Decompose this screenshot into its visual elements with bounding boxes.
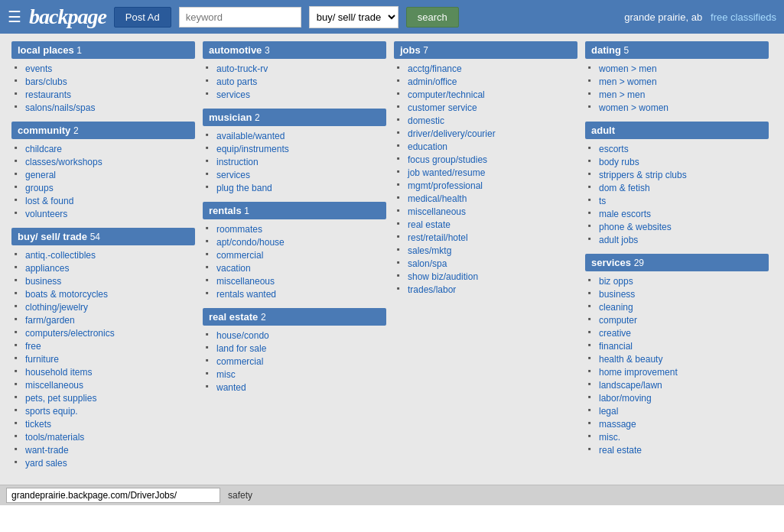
list-item: customer service bbox=[397, 101, 577, 114]
link-misc-re[interactable]: misc bbox=[216, 369, 236, 380]
link-escorts[interactable]: escorts bbox=[599, 144, 629, 154]
link-restaurants[interactable]: restaurants bbox=[25, 89, 71, 100]
link-customer-service[interactable]: customer service bbox=[408, 102, 477, 113]
link-lost-found[interactable]: lost & found bbox=[25, 196, 73, 206]
link-women-women[interactable]: women > women bbox=[599, 102, 669, 113]
menu-icon[interactable]: ☰ bbox=[8, 8, 21, 26]
link-appliances[interactable]: appliances bbox=[25, 263, 69, 274]
link-equip-instruments[interactable]: equip/instruments bbox=[216, 144, 289, 154]
link-medical-health[interactable]: medical/health bbox=[408, 193, 467, 204]
link-show-biz[interactable]: show biz/audition bbox=[408, 271, 478, 282]
link-vacation[interactable]: vacation bbox=[216, 263, 251, 274]
link-auto-parts[interactable]: auto parts bbox=[216, 76, 257, 87]
link-salon-spa[interactable]: salon/spa bbox=[408, 258, 447, 269]
link-cleaning[interactable]: cleaning bbox=[599, 302, 633, 313]
link-admin-office[interactable]: admin/office bbox=[408, 76, 457, 87]
link-real-estate-services[interactable]: real estate bbox=[599, 445, 642, 456]
link-tickets[interactable]: tickets bbox=[25, 419, 51, 430]
link-events[interactable]: events bbox=[25, 63, 52, 74]
link-groups[interactable]: groups bbox=[25, 183, 54, 193]
link-real-estate-jobs[interactable]: real estate bbox=[408, 219, 451, 230]
link-instruction[interactable]: instruction bbox=[216, 157, 259, 167]
statusbar-url-input[interactable] bbox=[6, 488, 220, 503]
link-men-men[interactable]: men > men bbox=[599, 89, 645, 100]
link-computers-electronics[interactable]: computers/electronics bbox=[25, 328, 115, 339]
link-body-rubs[interactable]: body rubs bbox=[599, 157, 639, 167]
link-musician-services[interactable]: services bbox=[216, 170, 250, 180]
link-home-improvement[interactable]: home improvement bbox=[599, 367, 678, 378]
link-plug-the-band[interactable]: plug the band bbox=[216, 183, 272, 193]
link-trades-labor[interactable]: trades/labor bbox=[408, 284, 456, 295]
search-button[interactable]: search bbox=[406, 7, 459, 28]
link-tools-materials[interactable]: tools/materials bbox=[25, 432, 84, 443]
link-general[interactable]: general bbox=[25, 170, 56, 180]
list-item: miscellaneous bbox=[206, 274, 386, 287]
list-item: salon/spa bbox=[397, 257, 577, 270]
link-dom-fetish[interactable]: dom & fetish bbox=[599, 183, 650, 193]
link-landscape-lawn[interactable]: landscape/lawn bbox=[599, 380, 662, 391]
link-auto-truck-rv[interactable]: auto-truck-rv bbox=[216, 63, 268, 74]
link-domestic[interactable]: domestic bbox=[408, 115, 444, 126]
link-farm-garden[interactable]: farm/garden bbox=[25, 315, 75, 326]
link-financial[interactable]: financial bbox=[599, 341, 633, 352]
link-adult-jobs[interactable]: adult jobs bbox=[599, 235, 638, 245]
link-labor-moving[interactable]: labor/moving bbox=[599, 393, 652, 404]
link-childcare[interactable]: childcare bbox=[25, 144, 62, 154]
link-sports-equip[interactable]: sports equip. bbox=[25, 406, 78, 417]
link-roommates[interactable]: roommates bbox=[216, 224, 262, 235]
link-household-items[interactable]: household items bbox=[25, 367, 92, 378]
link-mgmt-professional[interactable]: mgmt/professional bbox=[408, 180, 483, 191]
link-acctg-finance[interactable]: acctg/finance bbox=[408, 63, 462, 74]
link-antiq-collectibles[interactable]: antiq.-collectibles bbox=[25, 250, 96, 261]
link-women-men[interactable]: women > men bbox=[599, 63, 657, 74]
link-legal[interactable]: legal bbox=[599, 406, 618, 417]
post-ad-button[interactable]: Post Ad bbox=[114, 7, 171, 28]
link-commercial-rentals[interactable]: commercial bbox=[216, 250, 263, 261]
link-phone-websites[interactable]: phone & websites bbox=[599, 222, 672, 232]
link-furniture[interactable]: furniture bbox=[25, 354, 59, 365]
link-miscellaneous-bst[interactable]: miscellaneous bbox=[25, 380, 83, 391]
link-classes-workshops[interactable]: classes/workshops bbox=[25, 157, 102, 167]
link-creative[interactable]: creative bbox=[599, 328, 631, 339]
link-bars-clubs[interactable]: bars/clubs bbox=[25, 76, 67, 87]
link-business[interactable]: business bbox=[25, 276, 61, 287]
link-health-beauty[interactable]: health & beauty bbox=[599, 354, 662, 365]
link-free[interactable]: free bbox=[25, 341, 41, 352]
link-clothing-jewelry[interactable]: clothing/jewelry bbox=[25, 302, 88, 313]
link-rest-retail-hotel[interactable]: rest/retail/hotel bbox=[408, 232, 468, 243]
link-wanted-re[interactable]: wanted bbox=[216, 382, 246, 393]
link-sales-mktg[interactable]: sales/mktg bbox=[408, 245, 451, 256]
link-want-trade[interactable]: want-trade bbox=[25, 445, 69, 456]
link-commercial-re[interactable]: commercial bbox=[216, 356, 263, 367]
free-classifieds-link[interactable]: free classifieds bbox=[711, 11, 776, 23]
link-pets-supplies[interactable]: pets, pet supplies bbox=[25, 393, 96, 404]
link-salons[interactable]: salons/nails/spas bbox=[25, 102, 95, 113]
link-miscellaneous-jobs[interactable]: miscellaneous bbox=[408, 206, 466, 217]
link-available-wanted[interactable]: available/wanted bbox=[216, 131, 285, 141]
link-misc-services[interactable]: misc. bbox=[599, 432, 620, 443]
link-automotive-services[interactable]: services bbox=[216, 89, 250, 100]
link-male-escorts[interactable]: male escorts bbox=[599, 209, 651, 219]
link-volunteers[interactable]: volunteers bbox=[25, 209, 67, 219]
link-strippers-strip-clubs[interactable]: strippers & strip clubs bbox=[599, 170, 687, 180]
link-house-condo[interactable]: house/condo bbox=[216, 330, 269, 341]
link-boats-motorcycles[interactable]: boats & motorcycles bbox=[25, 289, 108, 300]
link-job-wanted[interactable]: job wanted/resume bbox=[408, 167, 485, 178]
link-apt-condo-house[interactable]: apt/condo/house bbox=[216, 237, 285, 248]
link-biz-opps[interactable]: biz opps bbox=[599, 276, 633, 287]
link-ts[interactable]: ts bbox=[599, 196, 606, 206]
link-rentals-wanted[interactable]: rentals wanted bbox=[216, 289, 276, 300]
link-land-for-sale[interactable]: land for sale bbox=[216, 343, 266, 354]
link-computer-services[interactable]: computer bbox=[599, 315, 637, 326]
keyword-input[interactable] bbox=[179, 7, 301, 28]
link-massage[interactable]: massage bbox=[599, 419, 636, 430]
link-men-women[interactable]: men > women bbox=[599, 76, 657, 87]
link-driver-delivery[interactable]: driver/delivery/courier bbox=[408, 128, 496, 139]
link-business-services[interactable]: business bbox=[599, 289, 635, 300]
category-select[interactable]: buy/ sell/ trade bbox=[309, 6, 399, 28]
link-education[interactable]: education bbox=[408, 141, 447, 152]
link-yard-sales[interactable]: yard sales bbox=[25, 458, 67, 469]
link-focus-group[interactable]: focus group/studies bbox=[408, 154, 487, 165]
link-miscellaneous-rentals[interactable]: miscellaneous bbox=[216, 276, 275, 287]
link-computer-technical[interactable]: computer/technical bbox=[408, 89, 485, 100]
